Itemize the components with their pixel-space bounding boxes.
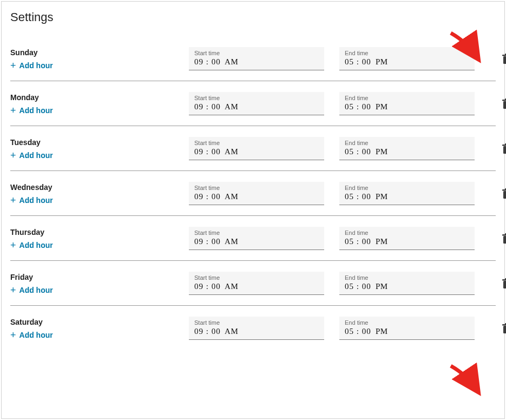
plus-icon: + (10, 196, 16, 204)
start-time-label: Start time (194, 95, 319, 101)
trash-icon[interactable] (502, 323, 506, 334)
add-hour-button[interactable]: + Add hour (10, 61, 53, 70)
svg-rect-9 (503, 191, 506, 199)
day-name: Saturday (10, 318, 189, 326)
end-time-field[interactable]: End time 05 : 00 PM (339, 227, 475, 250)
end-time-value: 05 : 00 PM (345, 282, 469, 291)
end-time-field[interactable]: End time 05 : 00 PM (339, 317, 475, 340)
trash-wrap (490, 47, 506, 64)
end-time-field[interactable]: End time 05 : 00 PM (339, 272, 475, 295)
end-time-value: 05 : 00 PM (345, 147, 469, 156)
start-time-field[interactable]: Start time 09 : 00 AM (189, 92, 324, 115)
day-name: Thursday (10, 228, 189, 237)
add-hour-button[interactable]: + Add hour (10, 151, 53, 160)
annotation-arrow-bottom (445, 362, 489, 399)
add-hour-label: Add hour (19, 151, 53, 160)
day-row: Tuesday + Add hour Start time 09 : 00 AM… (10, 126, 496, 171)
start-time-field[interactable]: Start time 09 : 00 AM (189, 137, 324, 160)
day-name: Tuesday (10, 138, 189, 147)
end-time-label: End time (345, 319, 469, 326)
day-row: Friday + Add hour Start time 09 : 00 AM … (10, 261, 496, 306)
end-time-field[interactable]: End time 05 : 00 PM (339, 137, 475, 160)
end-time-label: End time (345, 95, 469, 101)
day-row: Saturday + Add hour Start time 09 : 00 A… (10, 306, 496, 350)
day-row: Sunday + Add hour Start time 09 : 00 AM … (10, 36, 496, 81)
page-title: Settings (10, 10, 496, 24)
trash-icon[interactable] (502, 233, 506, 244)
start-time-label: Start time (194, 319, 319, 326)
add-hour-button[interactable]: + Add hour (10, 241, 53, 250)
add-hour-label: Add hour (19, 286, 53, 294)
day-left: Sunday + Add hour (10, 47, 189, 71)
settings-panel: Settings Sunday + Add hour Start time 09… (1, 1, 505, 419)
time-area: Start time 09 : 00 AM End time 05 : 00 P… (189, 317, 506, 340)
start-time-value: 09 : 00 AM (194, 147, 319, 156)
day-row: Wednesday + Add hour Start time 09 : 00 … (10, 171, 496, 216)
add-hour-label: Add hour (19, 331, 53, 339)
svg-rect-12 (503, 236, 506, 244)
end-time-field[interactable]: End time 05 : 00 PM (339, 92, 475, 115)
trash-wrap (490, 182, 506, 199)
end-time-value: 05 : 00 PM (345, 192, 469, 201)
time-area: Start time 09 : 00 AM End time 05 : 00 P… (189, 137, 506, 160)
end-time-value: 05 : 00 PM (345, 327, 469, 336)
trash-icon[interactable] (502, 143, 506, 154)
add-hour-button[interactable]: + Add hour (10, 286, 53, 294)
start-time-label: Start time (194, 50, 319, 56)
trash-icon[interactable] (502, 188, 506, 199)
end-time-value: 05 : 00 PM (345, 57, 469, 67)
trash-icon[interactable] (502, 278, 506, 289)
add-hour-label: Add hour (19, 106, 53, 115)
start-time-label: Start time (194, 140, 319, 146)
plus-icon: + (10, 331, 16, 339)
start-time-field[interactable]: Start time 09 : 00 AM (189, 272, 324, 295)
end-time-field[interactable]: End time 05 : 00 PM (339, 182, 475, 205)
day-name: Monday (10, 93, 189, 102)
days-list: Sunday + Add hour Start time 09 : 00 AM … (10, 36, 496, 350)
plus-icon: + (10, 286, 16, 294)
time-area: Start time 09 : 00 AM End time 05 : 00 P… (189, 182, 506, 205)
plus-icon: + (10, 107, 16, 114)
day-name: Sunday (10, 48, 189, 57)
time-area: Start time 09 : 00 AM End time 05 : 00 P… (189, 92, 506, 115)
end-time-label: End time (345, 140, 469, 146)
day-left: Wednesday + Add hour (10, 182, 189, 206)
start-time-label: Start time (194, 229, 319, 236)
svg-rect-3 (503, 101, 506, 109)
end-time-value: 05 : 00 PM (345, 237, 469, 246)
svg-rect-0 (503, 56, 506, 64)
svg-rect-18 (503, 326, 506, 333)
trash-wrap (490, 272, 506, 289)
day-left: Thursday + Add hour (10, 227, 189, 251)
end-time-label: End time (345, 185, 469, 191)
trash-wrap (490, 317, 506, 334)
add-hour-button[interactable]: + Add hour (10, 331, 53, 339)
start-time-field[interactable]: Start time 09 : 00 AM (189, 317, 324, 340)
add-hour-button[interactable]: + Add hour (10, 106, 53, 115)
start-time-field[interactable]: Start time 09 : 00 AM (189, 227, 324, 250)
day-left: Tuesday + Add hour (10, 137, 189, 161)
start-time-value: 09 : 00 AM (194, 57, 319, 67)
add-hour-label: Add hour (19, 196, 53, 205)
day-name: Friday (10, 273, 189, 281)
end-time-label: End time (345, 229, 469, 236)
start-time-label: Start time (194, 274, 319, 281)
plus-icon: + (10, 62, 16, 69)
time-area: Start time 09 : 00 AM End time 05 : 00 P… (189, 227, 506, 250)
end-time-field[interactable]: End time 05 : 00 PM (339, 47, 475, 70)
time-area: Start time 09 : 00 AM End time 05 : 00 P… (189, 272, 506, 295)
add-hour-button[interactable]: + Add hour (10, 196, 53, 205)
svg-rect-6 (503, 146, 506, 154)
start-time-value: 09 : 00 AM (194, 192, 319, 201)
day-left: Friday + Add hour (10, 272, 189, 296)
start-time-value: 09 : 00 AM (194, 282, 319, 291)
start-time-label: Start time (194, 185, 319, 191)
plus-icon: + (10, 152, 16, 159)
start-time-field[interactable]: Start time 09 : 00 AM (189, 47, 324, 70)
trash-icon[interactable] (502, 99, 506, 109)
trash-wrap (490, 137, 506, 154)
add-hour-label: Add hour (19, 241, 53, 250)
trash-icon[interactable] (502, 54, 506, 64)
start-time-field[interactable]: Start time 09 : 00 AM (189, 182, 324, 205)
time-area: Start time 09 : 00 AM End time 05 : 00 P… (189, 47, 506, 70)
